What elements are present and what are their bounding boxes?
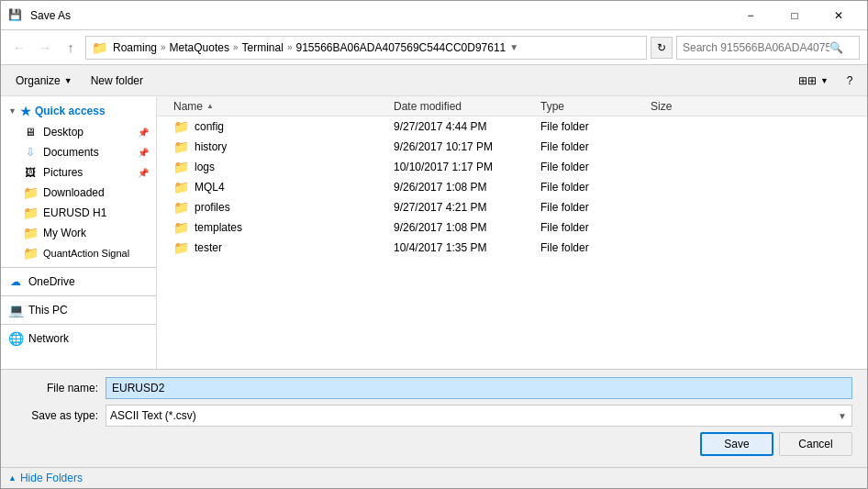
view-button[interactable]: ⊞⊞ ▼ bbox=[791, 69, 836, 93]
organize-chevron: ▼ bbox=[64, 76, 72, 85]
sidebar-item-mywork-label: My Work bbox=[43, 227, 86, 239]
organize-button[interactable]: Organize ▼ bbox=[8, 69, 80, 93]
sidebar-item-quantaction[interactable]: 📁 QuantAction Signal bbox=[1, 243, 156, 263]
file-name: profiles bbox=[195, 201, 230, 214]
quick-access-header[interactable]: ▼ ★ Quick access bbox=[1, 100, 156, 122]
file-type: File folder bbox=[533, 139, 643, 155]
sidebar-item-desktop-label: Desktop bbox=[43, 126, 83, 139]
table-row[interactable]: 📁 logs 10/10/2017 1:17 PM File folder bbox=[157, 157, 867, 177]
file-name-cell: 📁 config bbox=[166, 117, 386, 136]
file-name: history bbox=[195, 140, 227, 153]
quick-access-label: Quick access bbox=[35, 105, 106, 117]
folder-icon: 📁 bbox=[173, 220, 189, 235]
pin-icon-pictures: 📌 bbox=[138, 168, 149, 178]
sidebar-item-desktop[interactable]: 🖥 Desktop 📌 bbox=[1, 122, 156, 142]
bottom-buttons: Save Cancel bbox=[16, 432, 852, 460]
pictures-icon: 🖼 bbox=[23, 165, 38, 180]
file-type: File folder bbox=[533, 239, 643, 256]
file-size bbox=[643, 165, 717, 169]
search-box[interactable]: 🔍 bbox=[676, 36, 860, 60]
col-header-type[interactable]: Type bbox=[533, 98, 643, 115]
folder-icon: 📁 bbox=[173, 119, 189, 134]
file-name-cell: 📁 history bbox=[166, 138, 386, 156]
file-size bbox=[643, 226, 717, 229]
back-button[interactable]: ← bbox=[8, 37, 30, 59]
nav-divider-1 bbox=[1, 267, 156, 268]
sidebar-item-eurusd-label: EURUSD H1 bbox=[43, 206, 106, 219]
col-header-date[interactable]: Date modified bbox=[386, 98, 533, 115]
file-type: File folder bbox=[533, 199, 643, 216]
close-button[interactable]: ✕ bbox=[818, 2, 860, 29]
folder-icon: 📁 bbox=[173, 139, 189, 154]
chevron-icon-3: » bbox=[287, 42, 293, 52]
search-input[interactable] bbox=[683, 41, 829, 54]
file-date: 10/10/2017 1:17 PM bbox=[386, 159, 533, 175]
refresh-button[interactable]: ↻ bbox=[651, 37, 673, 59]
forward-button[interactable]: → bbox=[34, 37, 56, 59]
file-name: logs bbox=[195, 161, 215, 173]
file-type: File folder bbox=[533, 179, 643, 195]
breadcrumb-hash: 915566BA06ADA407569C544CC0D97611 bbox=[295, 41, 506, 54]
savetype-row: Save as type: ASCII Text (*.csv) ▼ bbox=[16, 405, 852, 427]
minimize-button[interactable]: − bbox=[729, 2, 772, 29]
address-bar: ← → ↑ 📁 Roaming » MetaQuotes » Terminal … bbox=[1, 30, 867, 65]
sidebar-item-network[interactable]: 🌐 Network bbox=[1, 328, 156, 349]
hide-folders-label: Hide Folders bbox=[20, 472, 83, 484]
documents-icon: ⇩ bbox=[23, 145, 38, 160]
sidebar-item-thispc[interactable]: 💻 This PC bbox=[1, 300, 156, 320]
save-button[interactable]: Save bbox=[700, 432, 773, 456]
file-date: 9/26/2017 10:17 PM bbox=[386, 139, 533, 155]
file-name: MQL4 bbox=[195, 181, 225, 194]
new-folder-button[interactable]: New folder bbox=[83, 69, 150, 93]
nav-divider-3 bbox=[1, 324, 156, 325]
sidebar-item-pictures[interactable]: 🖼 Pictures 📌 bbox=[1, 162, 156, 183]
maximize-button[interactable]: □ bbox=[773, 2, 816, 29]
network-icon: 🌐 bbox=[8, 331, 23, 346]
savetype-label: Save as type: bbox=[16, 409, 98, 422]
help-icon: ? bbox=[847, 74, 853, 87]
sidebar-item-documents[interactable]: ⇩ Documents 📌 bbox=[1, 142, 156, 162]
savetype-select[interactable]: ASCII Text (*.csv) bbox=[106, 405, 852, 427]
mywork-folder-icon: 📁 bbox=[23, 226, 38, 240]
table-row[interactable]: 📁 profiles 9/27/2017 4:21 PM File folder bbox=[157, 197, 867, 217]
table-row[interactable]: 📁 templates 9/26/2017 1:08 PM File folde… bbox=[157, 217, 867, 238]
filename-input[interactable] bbox=[106, 377, 852, 399]
chevron-icon-1: » bbox=[161, 42, 166, 52]
sidebar-item-eurusd[interactable]: 📁 EURUSD H1 bbox=[1, 203, 156, 223]
collapse-folders-icon: ▲ bbox=[8, 473, 17, 483]
sidebar-item-mywork[interactable]: 📁 My Work bbox=[1, 223, 156, 243]
col-date-label: Date modified bbox=[394, 100, 462, 113]
table-row[interactable]: 📁 tester 10/4/2017 1:35 PM File folder bbox=[157, 238, 867, 258]
new-folder-label: New folder bbox=[91, 74, 143, 87]
sidebar-item-downloaded-label: Downloaded bbox=[43, 186, 105, 199]
file-name-cell: 📁 profiles bbox=[166, 198, 386, 217]
file-list-header: Name ▲ Date modified Type Size bbox=[157, 96, 867, 117]
cancel-button[interactable]: Cancel bbox=[779, 432, 852, 456]
help-button[interactable]: ? bbox=[840, 71, 860, 91]
pin-icon-documents: 📌 bbox=[138, 148, 149, 158]
dialog-icon: 💾 bbox=[8, 8, 23, 23]
col-header-name[interactable]: Name ▲ bbox=[166, 98, 386, 115]
filename-label: File name: bbox=[16, 382, 98, 395]
hide-folders-row[interactable]: ▲ Hide Folders bbox=[1, 467, 867, 488]
file-rows-container: 📁 config 9/27/2017 4:44 PM File folder 📁… bbox=[157, 117, 867, 258]
table-row[interactable]: 📁 history 9/26/2017 10:17 PM File folder bbox=[157, 137, 867, 157]
up-button[interactable]: ↑ bbox=[60, 37, 82, 59]
nav-pane: ▼ ★ Quick access 🖥 Desktop 📌 ⇩ Documents… bbox=[1, 96, 157, 369]
table-row[interactable]: 📁 MQL4 9/26/2017 1:08 PM File folder bbox=[157, 177, 867, 197]
col-size-label: Size bbox=[651, 100, 672, 113]
breadcrumb[interactable]: 📁 Roaming » MetaQuotes » Terminal » 9155… bbox=[85, 36, 647, 60]
file-name: tester bbox=[195, 241, 222, 254]
sidebar-item-downloaded[interactable]: 📁 Downloaded bbox=[1, 183, 156, 203]
sidebar-item-thispc-label: This PC bbox=[28, 304, 68, 317]
table-row[interactable]: 📁 config 9/27/2017 4:44 PM File folder bbox=[157, 117, 867, 137]
sort-arrow-icon: ▲ bbox=[206, 102, 214, 110]
downloaded-folder-icon: 📁 bbox=[23, 185, 38, 200]
eurusd-folder-icon: 📁 bbox=[23, 206, 38, 220]
breadcrumb-terminal: Terminal bbox=[242, 41, 284, 54]
thispc-icon: 💻 bbox=[8, 303, 23, 317]
nav-divider-2 bbox=[1, 295, 156, 296]
pin-icon-desktop: 📌 bbox=[138, 128, 149, 138]
sidebar-item-onedrive[interactable]: ☁ OneDrive bbox=[1, 272, 156, 292]
col-header-size[interactable]: Size bbox=[643, 98, 717, 115]
